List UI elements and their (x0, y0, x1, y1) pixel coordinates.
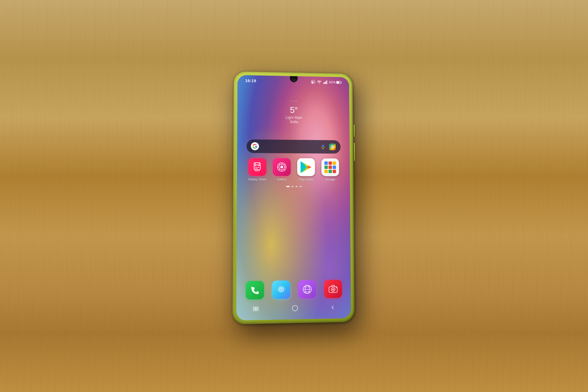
phone-screen: 16:19 ▶ (236, 75, 351, 320)
screen-record-icon: ▶ (311, 80, 315, 84)
page-dot-1 (286, 186, 290, 187)
play-store-label: Play Store (299, 178, 313, 181)
google-dot (329, 162, 332, 165)
svg-point-36 (332, 288, 334, 290)
svg-rect-2 (337, 82, 340, 83)
svg-line-23 (284, 164, 285, 165)
voice-search-button[interactable] (319, 143, 327, 150)
svg-rect-13 (255, 170, 259, 171)
google-dot (324, 170, 328, 173)
google-dot (333, 162, 336, 165)
galaxy-store-icon (248, 158, 266, 176)
dock-internet[interactable] (295, 280, 319, 299)
google-dot (329, 166, 332, 169)
svg-rect-3 (322, 144, 324, 147)
google-dot (333, 170, 336, 173)
recent-apps-button[interactable] (253, 306, 259, 311)
camera-app-icon (324, 280, 342, 298)
google-dot (329, 170, 332, 173)
lens-search-button[interactable] (328, 143, 336, 151)
navigation-bar (236, 301, 351, 316)
back-button[interactable] (330, 305, 335, 310)
wifi-icon (317, 80, 321, 84)
svg-rect-1 (341, 82, 342, 83)
galaxy-store-label: Galaxy Store (248, 177, 266, 181)
svg-line-24 (279, 169, 280, 170)
app-galaxy-store[interactable]: Galaxy Store (246, 158, 268, 181)
front-camera (292, 79, 296, 82)
svg-rect-38 (253, 307, 255, 308)
page-indicators (286, 186, 302, 187)
svg-point-7 (332, 146, 333, 148)
app-grid: Galaxy Store (246, 158, 341, 182)
weather-widget: ·· ·· 5° Light Rain Sofia (285, 97, 302, 124)
app-play-store[interactable]: Play Store (295, 158, 317, 181)
home-button[interactable] (292, 305, 298, 311)
messages-app-icon (272, 280, 290, 299)
google-dot (324, 166, 328, 169)
play-store-icon (297, 158, 315, 176)
status-time: 16:19 (245, 78, 256, 83)
status-icons: ▶ (311, 80, 342, 84)
phone-wrapper: 16:19 ▶ (234, 71, 354, 322)
svg-rect-41 (256, 309, 258, 311)
phone-app-icon (246, 281, 264, 300)
battery-indicator: 63% (329, 80, 342, 84)
dock-camera[interactable] (321, 280, 345, 298)
svg-line-32 (304, 287, 311, 287)
svg-line-33 (304, 292, 311, 292)
weather-condition: Light Rain (285, 115, 302, 120)
google-lens-icon (329, 144, 336, 150)
volume-button[interactable] (354, 124, 355, 137)
svg-point-42 (292, 305, 298, 311)
google-icon (321, 158, 339, 176)
battery-icon (336, 81, 342, 84)
svg-point-37 (336, 287, 337, 288)
page-dot-4 (300, 186, 302, 187)
page-dot-3 (296, 186, 298, 187)
svg-rect-40 (256, 307, 258, 308)
weather-temperature: 5° (285, 105, 302, 115)
svg-line-22 (284, 169, 285, 170)
svg-line-21 (279, 164, 280, 165)
weather-icon: ·· ·· (285, 97, 302, 104)
svg-line-31 (303, 289, 311, 290)
google-logo (251, 142, 259, 150)
google-search-bar[interactable] (246, 139, 341, 154)
internet-app-icon (298, 280, 316, 298)
dock-messages[interactable] (269, 280, 293, 299)
gallery-icon (273, 158, 291, 176)
app-gallery[interactable]: Gallery (271, 158, 292, 181)
gallery-label: Gallery (277, 177, 287, 181)
google-label: Google (325, 178, 335, 181)
svg-point-16 (280, 166, 283, 168)
phone-outer: 16:19 ▶ (232, 71, 355, 324)
weather-city: Sofia (286, 120, 302, 124)
app-google[interactable]: Google (320, 158, 341, 182)
battery-percentage: 63% (329, 80, 336, 84)
dock (243, 280, 345, 300)
google-grid (323, 160, 338, 175)
google-dot (324, 162, 328, 165)
page-dot-2 (292, 186, 294, 187)
signal-bars (323, 80, 327, 84)
power-button[interactable] (354, 143, 355, 161)
svg-rect-39 (253, 309, 255, 311)
google-dot (333, 166, 336, 169)
dock-phone[interactable] (243, 281, 267, 300)
